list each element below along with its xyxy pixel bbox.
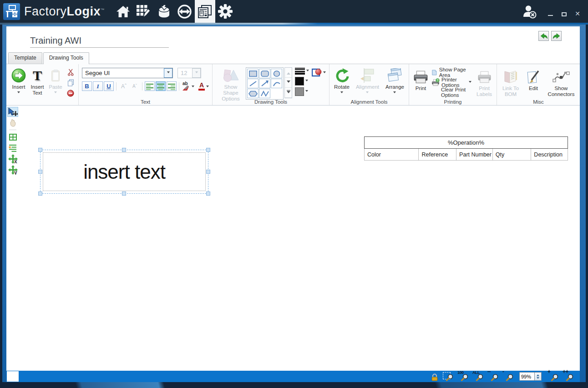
italic-button[interactable]: I (93, 81, 103, 91)
font-size-dropdown-icon[interactable] (192, 68, 201, 78)
zoom-in-button[interactable]: + (547, 372, 558, 381)
shape-hexagon-button[interactable] (247, 89, 259, 98)
bom-table[interactable]: %Operation% Color Reference Part Number … (364, 136, 568, 161)
print-button[interactable]: Print (412, 66, 429, 92)
maximize-button[interactable] (561, 10, 567, 17)
redo-button[interactable] (551, 31, 562, 41)
close-button[interactable]: ✕ (574, 10, 581, 17)
printer-options-button[interactable]: ? Printer Options (432, 78, 471, 86)
order-list-tool-button[interactable] (7, 143, 18, 153)
shape-polyline-button[interactable] (259, 89, 270, 98)
link-to-bom-button[interactable]: Link To BOM (500, 66, 521, 98)
line-color-button[interactable] (295, 77, 309, 86)
gallery-scroll-down-button[interactable] (285, 78, 292, 88)
zoom-lock-button[interactable] (430, 372, 438, 381)
nav-production-button[interactable] (133, 0, 154, 23)
line-style-button[interactable] (295, 67, 309, 75)
font-size-combo[interactable]: 12 (177, 68, 201, 78)
ribbon: Insert T Insert Text (6, 64, 580, 106)
print-labels-button[interactable]: Print Labels (475, 66, 493, 98)
selection-handle-nw[interactable] (38, 148, 42, 152)
grow-font-button[interactable]: Aˆ (119, 81, 129, 91)
rotate-label: Rotate (334, 84, 350, 90)
texture-fill-button[interactable] (312, 66, 326, 77)
tab-template[interactable]: Template (8, 52, 42, 64)
design-canvas[interactable]: x y (6, 106, 580, 371)
rectangle-icon (248, 70, 258, 78)
shape-ellipse-button[interactable] (271, 69, 282, 78)
template-name-field[interactable]: Training AWI (30, 35, 169, 48)
pan-tool-button[interactable] (7, 118, 18, 128)
lock-icon (431, 373, 438, 381)
grid-tool-button[interactable] (7, 132, 18, 142)
align-left-button[interactable] (145, 81, 155, 91)
select-tool-button[interactable] (7, 107, 18, 117)
shape-line-button[interactable] (247, 79, 259, 88)
zoom-out-fast-button[interactable]: -- (487, 372, 498, 381)
cut-button[interactable] (66, 68, 75, 77)
selection-handle-n[interactable] (122, 148, 126, 152)
bold-button[interactable]: B (82, 81, 92, 91)
nav-documents-button[interactable] (195, 0, 215, 23)
zoom-selection-button[interactable] (442, 372, 453, 381)
shape-arc-button[interactable] (271, 79, 282, 88)
selected-textbox[interactable]: insert text (40, 150, 208, 194)
alignment-button[interactable]: Alignment (355, 66, 380, 95)
statusbar-grip (7, 371, 19, 382)
zoom-100-button[interactable]: 100 (457, 372, 468, 381)
zoom-out-button[interactable]: - (502, 372, 513, 381)
insert-button[interactable]: Insert (10, 66, 28, 95)
zoom-spinner[interactable] (535, 372, 542, 381)
shape-rounded-rectangle-button[interactable] (259, 69, 270, 78)
settings-gear-icon (218, 4, 233, 19)
selection-handle-ne[interactable] (206, 148, 210, 152)
font-name-dropdown-icon[interactable] (164, 68, 172, 78)
shrink-font-button[interactable]: Aˇ (130, 81, 140, 91)
align-center-button[interactable] (156, 81, 166, 91)
align-right-button[interactable] (167, 81, 177, 91)
selection-handle-s[interactable] (122, 191, 126, 196)
delete-button[interactable] (66, 89, 75, 98)
textbox-text[interactable]: insert text (83, 161, 165, 183)
highlight-color-button[interactable]: ab (182, 82, 194, 91)
selection-handle-e[interactable] (206, 170, 210, 174)
selection-handle-sw[interactable] (38, 191, 42, 196)
nav-transfer-button[interactable] (174, 0, 195, 23)
font-color-button[interactable]: A (198, 82, 209, 91)
user-logout-button[interactable] (522, 5, 537, 21)
gallery-more-button[interactable] (285, 88, 292, 98)
selection-handle-w[interactable] (38, 170, 42, 174)
shape-arrow-button[interactable] (259, 79, 270, 88)
show-connectors-button[interactable]: Show Connectors (546, 66, 577, 98)
edit-button[interactable]: Edit (526, 66, 541, 92)
nav-materials-button[interactable] (154, 0, 174, 23)
nav-settings-button[interactable] (215, 0, 236, 23)
zoom-level-input[interactable] (519, 372, 535, 381)
font-name-combo[interactable]: Segoe UI (82, 68, 173, 78)
show-page-area-button[interactable]: Show Page Area (432, 68, 471, 76)
insert-icon (11, 67, 26, 84)
underline-button[interactable]: U (104, 81, 114, 91)
shape-rectangle-button[interactable] (247, 69, 259, 78)
move-y-tool-button[interactable]: y (7, 165, 18, 175)
clear-print-options-button[interactable]: Clear Print Options (432, 88, 471, 96)
rotate-button[interactable]: Rotate (333, 66, 351, 95)
arrange-button[interactable]: Arrange (384, 66, 406, 95)
nav-home-button[interactable] (113, 0, 133, 23)
window-content: Training AWI Template Drawing Tools (6, 26, 580, 371)
show-shape-options-button[interactable]: Show Shape Options (216, 66, 246, 103)
move-x-tool-button[interactable]: x (7, 154, 18, 164)
gallery-scroll-up-button[interactable] (285, 68, 292, 78)
tab-drawing-tools[interactable]: Drawing Tools (43, 52, 89, 64)
zoom-all-button[interactable]: ALL (472, 372, 483, 381)
copy-button[interactable] (66, 78, 75, 87)
undo-button[interactable] (538, 31, 549, 41)
zoom-out-label: - (502, 370, 504, 374)
paste-button[interactable]: Paste (47, 66, 64, 95)
fill-color-button[interactable] (295, 87, 309, 96)
insert-text-button[interactable]: T Insert Text (28, 66, 47, 96)
selection-handle-se[interactable] (206, 191, 210, 196)
textbox-border: insert text (43, 152, 206, 191)
zoom-in-fast-button[interactable]: ++ (563, 372, 573, 381)
minimize-button[interactable] (547, 10, 553, 17)
